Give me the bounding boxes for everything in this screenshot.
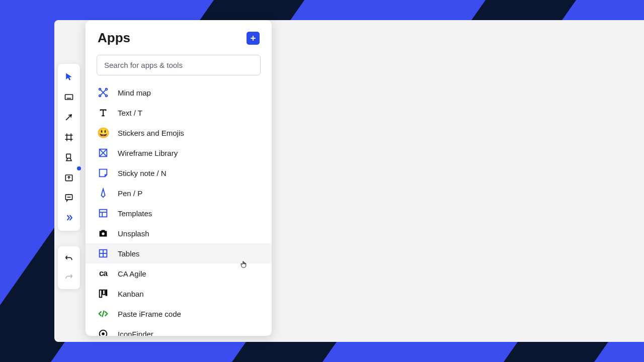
app-item-text[interactable]: Text / T <box>86 103 272 123</box>
upload-tool[interactable] <box>58 167 80 188</box>
arrow-icon <box>64 112 74 122</box>
app-label: Wireframe Library <box>118 149 178 157</box>
more-tools[interactable] <box>58 208 80 228</box>
notification-badge <box>77 166 81 170</box>
svg-rect-26 <box>100 290 102 298</box>
app-item-ca-agile[interactable]: ca CA Agile <box>86 263 272 284</box>
ca-agile-icon: ca <box>98 268 109 279</box>
search-container <box>86 52 272 78</box>
svg-point-12 <box>99 88 101 90</box>
apps-panel: Apps Mind map Text / T 😃 Stickers and Em… <box>86 20 272 336</box>
svg-rect-19 <box>100 210 107 217</box>
app-item-pen[interactable]: Pen / P <box>86 183 272 203</box>
svg-point-15 <box>106 95 108 97</box>
svg-point-22 <box>102 232 105 235</box>
camera-icon <box>98 228 109 239</box>
undo-icon <box>64 253 74 263</box>
card-icon <box>64 92 74 102</box>
svg-point-30 <box>102 332 105 335</box>
pen-icon <box>98 188 109 199</box>
app-item-wireframe[interactable]: Wireframe Library <box>86 143 272 163</box>
iconfinder-icon <box>98 328 109 336</box>
comment-tool[interactable] <box>58 188 80 208</box>
svg-rect-28 <box>106 290 107 296</box>
svg-rect-0 <box>65 95 73 100</box>
stamp-icon <box>64 152 74 162</box>
app-item-stickers[interactable]: 😃 Stickers and Emojis <box>86 123 272 143</box>
emoji-icon: 😃 <box>98 127 109 138</box>
svg-rect-27 <box>103 290 105 295</box>
chevron-right-icon <box>64 213 74 223</box>
undo-button[interactable] <box>58 249 80 268</box>
app-label: Templates <box>118 209 152 218</box>
comment-icon <box>64 193 74 203</box>
redo-button[interactable] <box>58 268 80 287</box>
cursor-icon <box>64 72 74 82</box>
svg-point-13 <box>106 88 108 90</box>
kanban-icon <box>98 288 109 299</box>
app-label: Tables <box>118 249 139 258</box>
frame-tool[interactable] <box>58 127 80 147</box>
app-label: Pen / P <box>118 189 142 198</box>
mind-map-icon <box>98 87 109 98</box>
app-label: Stickers and Emojis <box>118 129 184 137</box>
app-label: Kanban <box>118 290 144 298</box>
code-icon <box>98 308 109 319</box>
apps-panel-header: Apps <box>86 20 272 52</box>
app-label: Text / T <box>118 109 142 117</box>
search-input[interactable] <box>97 55 261 75</box>
table-icon <box>98 248 109 259</box>
text-icon <box>98 107 109 118</box>
add-app-button[interactable] <box>247 32 260 45</box>
app-item-tables[interactable]: Tables <box>86 243 272 263</box>
app-label: IconFinder <box>118 330 153 336</box>
app-item-unsplash[interactable]: Unsplash <box>86 223 272 243</box>
frame-icon <box>64 132 74 142</box>
app-label: Mind map <box>118 88 151 97</box>
card-tool[interactable] <box>58 87 80 107</box>
svg-point-14 <box>99 95 101 97</box>
app-item-sticky-note[interactable]: Sticky note / N <box>86 163 272 183</box>
app-label: Unsplash <box>118 229 149 238</box>
left-toolbar <box>58 64 80 231</box>
stamp-tool[interactable] <box>58 147 80 167</box>
history-toolbar <box>58 246 80 289</box>
apps-list: Mind map Text / T 😃 Stickers and Emojis … <box>86 78 272 336</box>
arrow-tool[interactable] <box>58 107 80 127</box>
app-label: Paste iFrame code <box>118 310 181 318</box>
plus-icon <box>249 34 257 42</box>
upload-icon <box>64 172 74 183</box>
wireframe-icon <box>98 147 109 158</box>
app-label: Sticky note / N <box>118 169 167 177</box>
app-item-iconfinder[interactable]: IconFinder <box>86 324 272 336</box>
sticky-note-icon <box>98 167 109 178</box>
app-label: CA Agile <box>118 269 146 278</box>
svg-rect-6 <box>66 154 70 158</box>
select-tool[interactable] <box>58 67 80 87</box>
redo-icon <box>64 272 74 282</box>
templates-icon <box>98 208 109 219</box>
app-item-kanban[interactable]: Kanban <box>86 284 272 304</box>
app-item-iframe[interactable]: Paste iFrame code <box>86 304 272 324</box>
apps-panel-title: Apps <box>98 30 130 46</box>
app-item-mind-map[interactable]: Mind map <box>86 82 272 103</box>
app-item-templates[interactable]: Templates <box>86 203 272 223</box>
